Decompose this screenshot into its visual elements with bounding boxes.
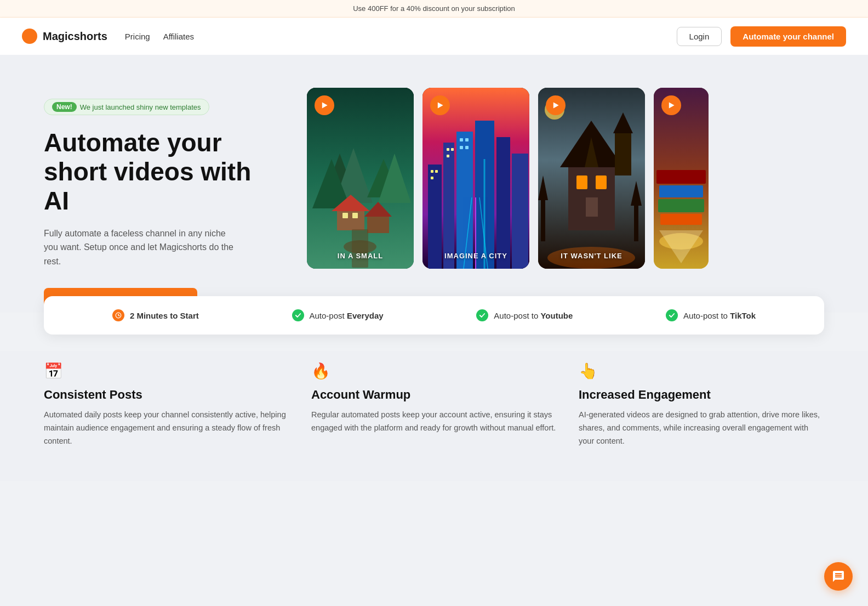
engagement-title: Increased Engagement <box>579 388 824 402</box>
svg-rect-12 <box>342 213 348 218</box>
video-card-2: IMAGINE A CITY <box>422 88 529 269</box>
card-label-3: IT WASN'T LIKE <box>561 252 622 260</box>
benefit-warmup: 🔥 Account Warmup Regular automated posts… <box>311 362 557 448</box>
new-badge: New! We just launched shiny new template… <box>44 99 209 115</box>
svg-marker-37 <box>438 102 443 108</box>
svg-rect-55 <box>656 170 706 184</box>
svg-marker-14 <box>322 102 328 108</box>
features-bar: 2 Minutes to Start Auto-post Everyday Au… <box>44 296 824 335</box>
svg-rect-56 <box>659 185 703 197</box>
feature-tiktok: Auto-post to TikTok <box>666 309 756 321</box>
feature-youtube: Auto-post to Youtube <box>476 309 573 321</box>
video-card-1: IN A SMALL <box>307 88 414 269</box>
svg-rect-58 <box>660 214 702 225</box>
benefits-section: 📅 Consistent Posts Automated daily posts… <box>0 351 868 481</box>
feature-minutes: 2 Minutes to Start <box>112 309 199 321</box>
svg-rect-44 <box>576 175 587 189</box>
svg-rect-57 <box>658 199 704 212</box>
svg-rect-27 <box>447 155 449 157</box>
minutes-icon <box>112 309 124 321</box>
hero-video-cards: IN A SMALL <box>307 88 824 269</box>
brand-logo[interactable]: Magicshorts <box>22 29 107 44</box>
hero-title: Automate your short videos with AI <box>44 128 274 216</box>
card-label-1: IN A SMALL <box>338 252 383 260</box>
svg-rect-13 <box>352 213 358 218</box>
top-banner: Use 400FF for a 40% discount on your sub… <box>0 0 868 18</box>
play-btn-1[interactable] <box>315 95 334 115</box>
svg-rect-42 <box>615 132 631 175</box>
engagement-desc: AI-generated videos are designed to grab… <box>579 409 824 448</box>
svg-rect-45 <box>596 175 607 189</box>
benefits-grid: 📅 Consistent Posts Automated daily posts… <box>44 362 824 448</box>
warmup-title: Account Warmup <box>311 388 557 402</box>
svg-rect-17 <box>443 143 454 269</box>
play-btn-2[interactable] <box>430 95 450 115</box>
svg-rect-26 <box>451 148 454 151</box>
svg-rect-18 <box>456 132 473 269</box>
badge-new-label: New! <box>52 102 77 112</box>
navbar-left: Magicshorts Pricing Affiliates <box>22 29 194 44</box>
hero-left: New! We just launched shiny new template… <box>44 88 274 313</box>
tiktok-icon <box>666 309 678 321</box>
navbar-right: Login Automate your channel <box>677 26 846 47</box>
benefit-engagement: 👆 Increased Engagement AI-generated vide… <box>579 362 824 448</box>
chat-support-button[interactable] <box>824 562 853 591</box>
svg-rect-49 <box>541 197 545 241</box>
navbar: Magicshorts Pricing Affiliates Login Aut… <box>0 18 868 55</box>
login-button[interactable]: Login <box>677 27 722 46</box>
feature-everyday-label: Auto-post Everyday <box>310 311 384 320</box>
nav-affiliates[interactable]: Affiliates <box>163 32 194 41</box>
nav-links: Pricing Affiliates <box>125 32 194 41</box>
consistent-title: Consistent Posts <box>44 388 289 402</box>
svg-line-64 <box>118 315 119 316</box>
svg-rect-51 <box>634 203 638 241</box>
svg-rect-30 <box>460 146 463 149</box>
feature-everyday: Auto-post Everyday <box>292 309 384 321</box>
everyday-icon <box>292 309 304 321</box>
svg-rect-29 <box>465 138 469 141</box>
consistent-icon: 📅 <box>44 362 289 380</box>
feature-tiktok-label: Auto-post to TikTok <box>683 311 756 320</box>
brand-name: Magicshorts <box>43 30 107 43</box>
nav-pricing[interactable]: Pricing <box>125 32 150 41</box>
feature-minutes-label: 2 Minutes to Start <box>130 311 199 320</box>
hero-subtitle: Fully automate a faceless channel in any… <box>44 226 241 269</box>
svg-rect-22 <box>431 170 433 173</box>
engagement-icon: 👆 <box>579 362 824 380</box>
feature-youtube-label: Auto-post to Youtube <box>494 311 573 320</box>
svg-rect-23 <box>435 170 438 173</box>
consistent-desc: Automated daily posts keep your channel … <box>44 409 289 448</box>
video-card-3: IT WASN'T LIKE <box>538 88 645 269</box>
banner-text: Use 400FF for a 40% discount on your sub… <box>353 4 515 13</box>
svg-rect-11 <box>352 229 368 268</box>
video-card-4 <box>654 88 709 269</box>
card-label-2: IMAGINE A CITY <box>444 252 507 260</box>
svg-rect-31 <box>465 146 469 149</box>
brand-icon <box>22 29 37 44</box>
cta-nav-button[interactable]: Automate your channel <box>730 26 846 47</box>
svg-rect-8 <box>367 214 389 233</box>
badge-text: We just launched shiny new templates <box>80 103 201 111</box>
svg-rect-6 <box>337 208 364 230</box>
hero-section: New! We just launched shiny new template… <box>0 55 868 313</box>
warmup-desc: Regular automated posts keep your accoun… <box>311 409 557 435</box>
svg-rect-28 <box>460 138 463 141</box>
play-btn-3[interactable] <box>546 95 566 115</box>
svg-rect-46 <box>586 197 598 217</box>
svg-rect-25 <box>447 148 449 151</box>
warmup-icon: 🔥 <box>311 362 557 380</box>
svg-rect-21 <box>512 154 528 269</box>
svg-rect-24 <box>431 177 433 179</box>
svg-rect-20 <box>496 137 510 269</box>
svg-marker-53 <box>553 102 559 108</box>
svg-rect-16 <box>428 165 442 269</box>
benefit-consistent: 📅 Consistent Posts Automated daily posts… <box>44 362 289 448</box>
youtube-icon <box>476 309 488 321</box>
play-btn-4[interactable] <box>661 95 681 115</box>
svg-marker-61 <box>669 102 675 108</box>
